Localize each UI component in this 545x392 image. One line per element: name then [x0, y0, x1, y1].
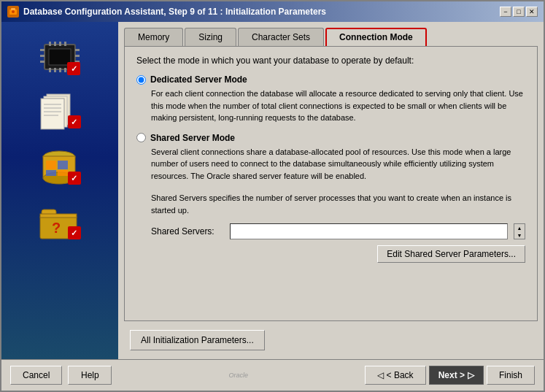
app-icon [7, 6, 19, 18]
shared-server-spinner[interactable]: ▲ ▼ [514, 223, 525, 239]
bottom-bar: Cancel Help Oracle ◁ < Back Next > ▷ Fin… [1, 359, 544, 391]
svg-rect-29 [46, 161, 56, 169]
minimize-button[interactable]: − [500, 7, 511, 17]
check-badge-memory: ✓ [67, 62, 80, 75]
svg-rect-15 [40, 61, 45, 63]
all-initialization-params-button[interactable]: All Initialization Parameters... [130, 330, 265, 350]
watermark-text: Oracle [229, 372, 249, 379]
dedicated-mode-option: Dedicated Server Mode For each client co… [136, 74, 525, 124]
sidebar-item-connmode: ? ✓ [9, 201, 111, 241]
all-params-container: All Initialization Parameters... [118, 321, 544, 359]
check-badge-connmode: ✓ [68, 226, 81, 239]
shared-mode-description2: Shared Servers specifies the number of s… [151, 192, 525, 216]
shared-mode-option: Shared Server Mode Several client connec… [136, 133, 525, 264]
window-title: Database Configuration Assistant, Step 9… [23, 7, 326, 17]
back-label: < Back [387, 370, 414, 380]
dedicated-mode-text: Dedicated Server Mode [150, 74, 247, 85]
svg-rect-5 [49, 42, 51, 46]
sidebar-item-charset: ✓ [9, 146, 111, 186]
back-arrow-icon: ◁ [377, 370, 384, 380]
svg-rect-31 [46, 170, 56, 176]
close-button[interactable]: ✕ [526, 7, 538, 17]
svg-rect-35 [40, 214, 77, 218]
tab-memory[interactable]: Memory [124, 28, 183, 46]
spinner-up-icon[interactable]: ▲ [514, 224, 525, 231]
svg-rect-7 [59, 42, 61, 46]
svg-rect-6 [54, 42, 56, 46]
svg-rect-21 [41, 99, 64, 129]
sidebar: ✓ [1, 22, 118, 359]
shared-server-field-row: Shared Servers: ▲ ▼ [151, 223, 525, 239]
dedicated-mode-description: For each client connection the database … [151, 88, 525, 124]
back-button[interactable]: ◁ < Back [365, 366, 425, 385]
edit-shared-server-button[interactable]: Edit Shared Server Parameters... [377, 245, 525, 263]
tabs-container: Memory Sizing Character Sets Connection … [118, 22, 544, 46]
shared-mode-description1: Several client connections share a datab… [151, 146, 525, 182]
sidebar-item-sizing: ✓ [9, 91, 111, 131]
tab-connection-mode[interactable]: Connection Mode [325, 28, 427, 46]
bottom-right-buttons: ◁ < Back Next > ▷ Finish [365, 366, 535, 385]
svg-rect-16 [75, 49, 80, 51]
tab-sizing[interactable]: Sizing [185, 28, 236, 46]
right-panel: Memory Sizing Character Sets Connection … [118, 22, 544, 359]
finish-button[interactable]: Finish [487, 366, 535, 385]
svg-rect-10 [54, 68, 56, 72]
shared-mode-radio[interactable] [136, 133, 146, 142]
memory-icon-container: ✓ [38, 36, 82, 77]
shared-server-label: Shared Servers: [151, 226, 224, 237]
spinner-down-icon[interactable]: ▼ [514, 231, 525, 239]
svg-text:?: ? [52, 220, 61, 236]
svg-rect-32 [58, 170, 68, 176]
title-bar: Database Configuration Assistant, Step 9… [1, 1, 544, 22]
bottom-left-buttons: Cancel Help [10, 366, 112, 385]
svg-rect-14 [40, 55, 45, 57]
shared-mode-text: Shared Server Mode [150, 133, 235, 143]
next-arrow-icon: ▷ [468, 370, 474, 380]
svg-rect-17 [75, 55, 80, 57]
section-description: Select the mode in which you want your d… [136, 55, 525, 66]
svg-rect-13 [40, 49, 45, 51]
check-badge-sizing: ✓ [68, 115, 81, 128]
restore-button[interactable]: □ [513, 7, 525, 17]
cancel-button[interactable]: Cancel [10, 366, 62, 385]
connmode-icon-container: ? ✓ [36, 201, 84, 241]
svg-point-2 [12, 10, 15, 13]
svg-rect-8 [64, 42, 66, 46]
shared-server-input[interactable] [230, 223, 508, 239]
check-badge-charset: ✓ [68, 172, 81, 185]
charset-icon-container: ✓ [36, 146, 84, 186]
shared-mode-label[interactable]: Shared Server Mode [136, 133, 525, 143]
dedicated-mode-radio[interactable] [136, 75, 146, 85]
svg-rect-11 [59, 68, 61, 72]
sizing-icon-container: ✓ [36, 91, 84, 131]
tab-content: Select the mode in which you want your d… [124, 46, 538, 321]
dedicated-mode-label[interactable]: Dedicated Server Mode [136, 74, 525, 85]
svg-rect-30 [58, 161, 68, 169]
title-bar-left: Database Configuration Assistant, Step 9… [7, 6, 326, 18]
title-controls: − □ ✕ [500, 7, 538, 17]
main-window: Database Configuration Assistant, Step 9… [0, 0, 545, 392]
next-button[interactable]: Next > ▷ [429, 366, 484, 385]
svg-rect-1 [11, 8, 15, 10]
svg-rect-12 [64, 68, 66, 72]
tab-character-sets[interactable]: Character Sets [238, 28, 324, 46]
help-button[interactable]: Help [68, 366, 112, 385]
next-label: Next > [438, 370, 465, 380]
svg-rect-9 [49, 68, 51, 72]
sidebar-item-memory: ✓ [9, 36, 111, 77]
main-content: ✓ [1, 22, 544, 359]
